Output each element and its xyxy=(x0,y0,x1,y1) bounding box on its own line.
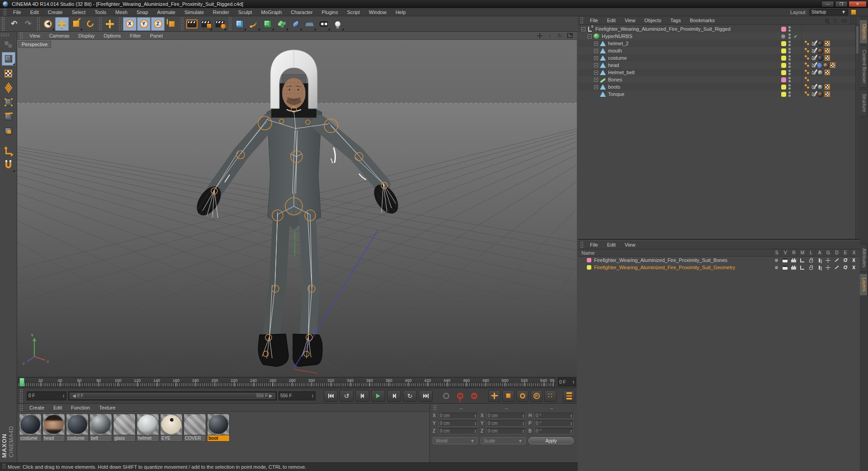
expand-toggle[interactable]: + xyxy=(594,49,598,53)
visibility-dots[interactable] xyxy=(788,55,791,61)
visibility-dots[interactable] xyxy=(788,41,791,46)
expand-toggle[interactable]: + xyxy=(594,71,598,75)
viewport-canvas[interactable]: Perspective xyxy=(17,40,577,376)
scale-mode-dropdown[interactable]: Scale▼ xyxy=(481,437,526,444)
layer-color-chip[interactable] xyxy=(781,70,786,75)
visibility-dots[interactable] xyxy=(788,77,791,82)
menu-file[interactable]: File xyxy=(9,10,26,15)
position-x-input[interactable]: 0 cm▲▼ xyxy=(439,413,478,419)
preview-range-slider[interactable]: ◀ 0 F 556 F ▶ xyxy=(68,391,277,400)
play-button[interactable] xyxy=(371,390,385,402)
add-camera-button[interactable] xyxy=(317,17,330,31)
render-settings-button[interactable] xyxy=(213,17,226,31)
add-cube-button[interactable] xyxy=(233,17,246,31)
phong-tag[interactable] xyxy=(805,70,810,75)
layout-dropdown[interactable]: Startup▼ xyxy=(809,9,848,15)
tree-row-mouth[interactable]: +mouth xyxy=(578,47,860,54)
add-deformer-button[interactable] xyxy=(289,17,302,31)
maximize-button[interactable]: ❐ xyxy=(835,1,848,7)
coordinates-grip[interactable] xyxy=(433,404,437,410)
menu-tools[interactable]: Tools xyxy=(90,10,111,15)
stepper[interactable]: ▲▼ xyxy=(474,414,476,418)
transport-grip[interactable] xyxy=(19,388,23,403)
expand-toggle[interactable]: − xyxy=(581,27,585,31)
menu-grip[interactable] xyxy=(3,8,7,16)
layer-toggle-G[interactable] xyxy=(824,264,832,271)
autokey-help-button[interactable]: ? xyxy=(468,390,480,402)
material-eye[interactable]: EYE xyxy=(160,414,183,442)
play-reverse-button[interactable]: ↺ xyxy=(340,390,354,402)
tree-row-hypernurbs[interactable]: −HyperNURBS✔ xyxy=(578,33,860,40)
uvw-tag[interactable] xyxy=(825,55,830,61)
menu-snap[interactable]: Snap xyxy=(132,10,153,15)
keyframe-settings-button[interactable] xyxy=(563,390,575,402)
record-rotation-button[interactable] xyxy=(516,390,528,402)
rotation-b-input[interactable]: 0 °▲▼ xyxy=(534,428,574,434)
tree-row-helmet-belt[interactable]: +Helmet_belt xyxy=(578,69,860,76)
uvw-tag[interactable] xyxy=(825,91,830,97)
layer-color-chip[interactable] xyxy=(781,85,786,90)
add-floor-button[interactable] xyxy=(303,17,316,31)
weights-tag[interactable] xyxy=(811,92,816,97)
layer-row-firefighter-wearing-aluminized-fire-proximity-suit-geometry[interactable]: Firefighter_Wearing_Aluminized_Fire_Prox… xyxy=(578,264,860,271)
phong-tag[interactable] xyxy=(805,48,810,53)
layer-toggle-R[interactable] xyxy=(789,264,798,271)
layer-toggle-V[interactable] xyxy=(781,264,789,271)
viewport-toggle-icon[interactable] xyxy=(567,33,573,38)
expand-toggle[interactable]: + xyxy=(594,85,598,89)
visibility-dots[interactable] xyxy=(788,62,791,68)
weights-tag[interactable] xyxy=(811,56,816,61)
search-icon[interactable] xyxy=(825,19,829,23)
tab-content-browser[interactable]: Content Browser xyxy=(860,45,868,88)
tree-row-tonque[interactable]: Tonque xyxy=(578,90,860,98)
material-helmet[interactable]: helmet xyxy=(137,414,159,442)
add-hypernurbs-button[interactable] xyxy=(261,17,274,31)
snap-settings-button[interactable] xyxy=(2,159,15,172)
layer-toggle-R[interactable] xyxy=(789,257,798,263)
layer-row-firefighter-wearing-aluminized-fire-proximity-suit-bones[interactable]: Firefighter_Wearing_Aluminized_Fire_Prox… xyxy=(578,257,860,264)
layer-color-chip[interactable] xyxy=(781,77,786,82)
undo-button[interactable]: ↶ xyxy=(7,17,21,31)
redo-button[interactable]: ↷ xyxy=(21,17,35,31)
layer-toggle-E[interactable] xyxy=(841,257,849,263)
scale-tool-button[interactable] xyxy=(69,17,83,31)
layer-toggle-D[interactable] xyxy=(832,264,841,271)
layer-color-chip[interactable] xyxy=(781,92,786,97)
polygons-mode-button[interactable] xyxy=(2,124,15,138)
layer-toggle-A[interactable] xyxy=(815,264,824,271)
coordinate-space-dropdown[interactable]: World▼ xyxy=(433,437,478,444)
add-spline-button[interactable] xyxy=(247,17,260,31)
material-belt[interactable]: belt xyxy=(90,414,112,442)
menu-animate[interactable]: Animate xyxy=(153,10,180,15)
viewport-pan-icon[interactable] xyxy=(536,33,543,39)
menu-select[interactable]: Select xyxy=(67,10,90,15)
visibility-dots[interactable] xyxy=(788,84,791,90)
menu-edit[interactable]: Edit xyxy=(26,10,43,15)
menu-display[interactable]: Display xyxy=(74,33,99,38)
menu-help[interactable]: Help xyxy=(391,10,410,15)
menu-create[interactable]: Create xyxy=(43,10,67,15)
tree-row-head[interactable]: +head xyxy=(578,62,860,69)
menu-plugins[interactable]: Plugins xyxy=(317,10,343,15)
phong-tag[interactable] xyxy=(805,77,810,82)
workplane-mode-button[interactable] xyxy=(2,81,15,95)
menu-file[interactable]: File xyxy=(585,18,603,23)
layer-color-chip[interactable] xyxy=(781,56,786,61)
playhead[interactable] xyxy=(19,378,24,387)
record-scale-button[interactable] xyxy=(502,390,514,402)
stepper[interactable]: ▲▼ xyxy=(522,429,524,433)
end-frame-input[interactable]: 556 F▲▼ xyxy=(278,391,316,400)
points-mode-button[interactable] xyxy=(2,95,15,109)
mode-toolbar-grip[interactable] xyxy=(0,33,9,36)
layout-icon[interactable] xyxy=(851,10,856,15)
texture-tag[interactable] xyxy=(817,91,823,97)
texture-tag[interactable] xyxy=(823,62,829,68)
menu-tags[interactable]: Tags xyxy=(666,18,685,23)
stepper[interactable]: ▲▼ xyxy=(570,414,572,418)
goto-start-button[interactable] xyxy=(324,390,338,402)
menu-edit[interactable]: Edit xyxy=(49,405,66,410)
rotation-p-input[interactable]: 0 °▲▼ xyxy=(534,420,574,427)
make-editable-button[interactable] xyxy=(2,38,15,51)
phong-tag[interactable] xyxy=(805,41,810,46)
material-costume[interactable]: costume xyxy=(19,414,42,442)
